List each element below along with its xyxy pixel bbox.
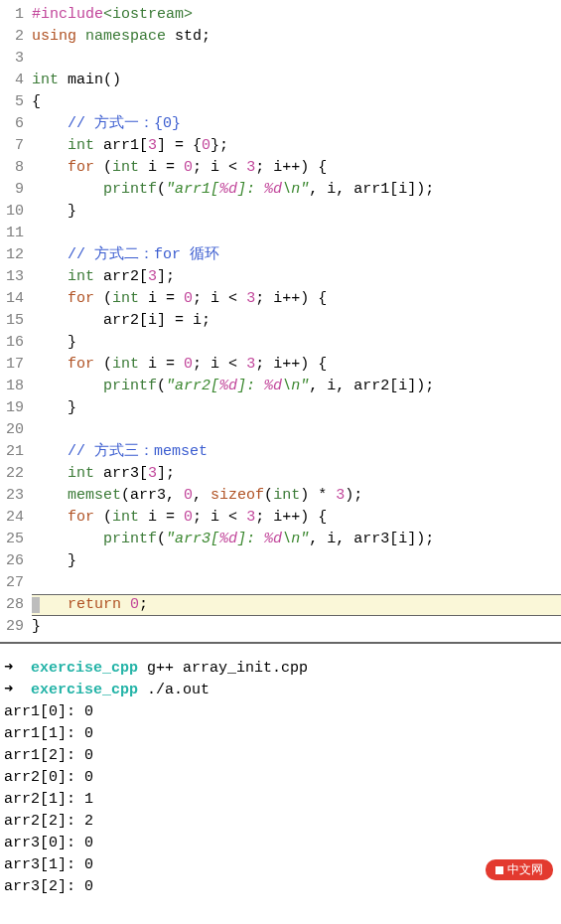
code-line: for (int i = 0; i < 3; i++) { bbox=[32, 354, 561, 376]
line-number: 23 bbox=[0, 485, 32, 507]
terminal-output-line: arr1[2]: 0 bbox=[4, 745, 557, 767]
code-line: } bbox=[32, 201, 561, 223]
line-number: 26 bbox=[0, 550, 32, 572]
terminal-output-line: arr3[2]: 0 bbox=[4, 876, 557, 898]
terminal-output: ➜ exercise_cpp g++ array_init.cpp➜ exerc… bbox=[0, 642, 561, 902]
terminal-output-line: arr2[1]: 1 bbox=[4, 789, 557, 811]
line-number: 18 bbox=[0, 376, 32, 397]
code-line: } bbox=[32, 550, 561, 572]
line-number: 10 bbox=[0, 201, 32, 223]
line-number: 16 bbox=[0, 332, 32, 354]
code-line: arr2[i] = i; bbox=[32, 310, 561, 332]
line-number: 13 bbox=[0, 266, 32, 288]
code-line: memset(arr3, 0, sizeof(int) * 3); bbox=[32, 485, 561, 507]
line-number: 14 bbox=[0, 288, 32, 310]
line-number: 4 bbox=[0, 70, 32, 91]
line-number: 9 bbox=[0, 179, 32, 201]
line-number: 5 bbox=[0, 91, 32, 113]
code-line: // 方式一：{0} bbox=[32, 113, 561, 135]
line-number: 19 bbox=[0, 397, 32, 419]
line-number: 29 bbox=[0, 616, 32, 638]
terminal-output-line: arr2[2]: 2 bbox=[4, 811, 557, 833]
line-number: 12 bbox=[0, 244, 32, 266]
terminal-output-line: arr2[0]: 0 bbox=[4, 767, 557, 789]
code-line: for (int i = 0; i < 3; i++) { bbox=[32, 157, 561, 179]
code-line: } bbox=[32, 616, 561, 638]
line-number: 27 bbox=[0, 572, 32, 594]
line-number: 28 bbox=[0, 594, 32, 616]
watermark-text: 中文网 bbox=[507, 861, 543, 878]
line-number: 3 bbox=[0, 48, 32, 70]
line-number: 8 bbox=[0, 157, 32, 179]
code-line: } bbox=[32, 332, 561, 354]
code-line: int arr2[3]; bbox=[32, 266, 561, 288]
line-number: 17 bbox=[0, 354, 32, 376]
terminal-command: ➜ exercise_cpp ./a.out bbox=[4, 680, 557, 701]
terminal-command: ➜ exercise_cpp g++ array_init.cpp bbox=[4, 658, 557, 680]
code-line: int main() bbox=[32, 70, 561, 91]
code-line: return 0; bbox=[32, 594, 561, 616]
terminal-output-line: arr1[1]: 0 bbox=[4, 723, 557, 745]
code-line: printf("arr3[%d]: %d\n", i, arr3[i]); bbox=[32, 529, 561, 550]
line-number: 24 bbox=[0, 507, 32, 529]
line-number: 7 bbox=[0, 135, 32, 157]
watermark-badge: 中文网 bbox=[486, 859, 553, 880]
line-number-gutter: 1234567891011121314151617181920212223242… bbox=[0, 4, 32, 638]
code-line: int arr3[3]; bbox=[32, 463, 561, 485]
code-line: printf("arr2[%d]: %d\n", i, arr2[i]); bbox=[32, 376, 561, 397]
code-line bbox=[32, 223, 561, 244]
code-line: #include<iostream> bbox=[32, 4, 561, 26]
line-number: 21 bbox=[0, 441, 32, 463]
php-icon bbox=[495, 866, 503, 874]
line-number: 6 bbox=[0, 113, 32, 135]
code-editor: 1234567891011121314151617181920212223242… bbox=[0, 0, 561, 638]
code-line: // 方式二：for 循环 bbox=[32, 244, 561, 266]
line-number: 11 bbox=[0, 223, 32, 244]
code-line bbox=[32, 419, 561, 441]
line-number: 20 bbox=[0, 419, 32, 441]
code-line: for (int i = 0; i < 3; i++) { bbox=[32, 507, 561, 529]
code-line: int arr1[3] = {0}; bbox=[32, 135, 561, 157]
code-line: { bbox=[32, 91, 561, 113]
code-line bbox=[32, 48, 561, 70]
code-area: #include<iostream>using namespace std;in… bbox=[32, 4, 561, 638]
code-line: for (int i = 0; i < 3; i++) { bbox=[32, 288, 561, 310]
line-number: 22 bbox=[0, 463, 32, 485]
terminal-output-line: arr1[0]: 0 bbox=[4, 701, 557, 723]
code-line: } bbox=[32, 397, 561, 419]
code-line bbox=[32, 572, 561, 594]
line-number: 25 bbox=[0, 529, 32, 550]
line-number: 1 bbox=[0, 4, 32, 26]
code-line: printf("arr1[%d]: %d\n", i, arr1[i]); bbox=[32, 179, 561, 201]
terminal-output-line: arr3[1]: 0 bbox=[4, 854, 557, 876]
code-line: // 方式三：memset bbox=[32, 441, 561, 463]
terminal-output-line: arr3[0]: 0 bbox=[4, 833, 557, 854]
line-number: 2 bbox=[0, 26, 32, 48]
line-number: 15 bbox=[0, 310, 32, 332]
code-line: using namespace std; bbox=[32, 26, 561, 48]
